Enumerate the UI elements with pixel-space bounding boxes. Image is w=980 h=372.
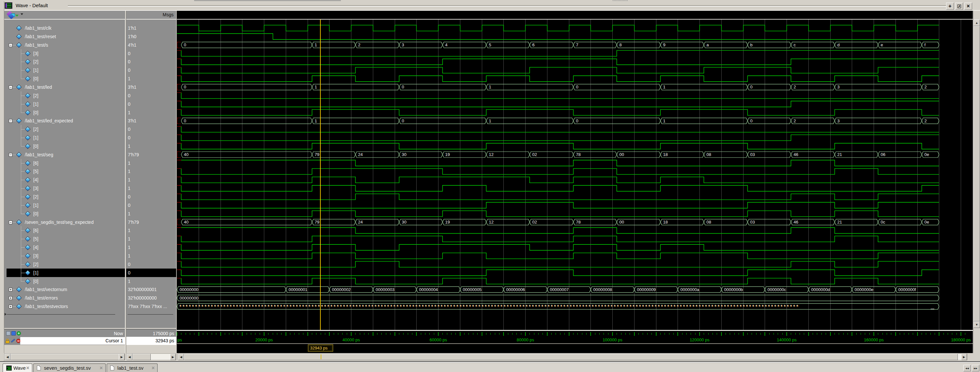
lock-icon[interactable] — [6, 337, 10, 344]
signal-value-row[interactable]: 1'h1 — [126, 24, 176, 32]
signal-row[interactable]: [3] — [4, 184, 125, 192]
collapse-icon[interactable] — [9, 221, 13, 224]
signal-row[interactable]: /lab1_test/s — [4, 41, 125, 49]
signal-row[interactable]: [1] — [4, 269, 125, 277]
signal-row[interactable]: /seven_segdis_test/seg_expected — [4, 218, 125, 226]
signal-value-row[interactable]: 1 — [126, 142, 176, 150]
collapse-icon[interactable] — [9, 86, 13, 89]
signal-row[interactable]: [5] — [4, 167, 125, 176]
export-icon[interactable] — [6, 331, 10, 335]
title-bar[interactable]: Wave - Default + ↗ × — [0, 1, 980, 10]
signal-value-row[interactable]: 0 — [126, 201, 176, 210]
close-icon[interactable]: × — [964, 3, 972, 10]
wave-hscroll-thumb[interactable] — [184, 354, 958, 360]
signal-value-row[interactable]: 1 — [126, 167, 176, 176]
signal-row[interactable]: [1] — [4, 66, 125, 75]
signal-value-row[interactable]: 1 — [126, 184, 176, 192]
signal-row[interactable]: [5] — [4, 235, 125, 243]
signal-row[interactable]: [0] — [4, 75, 125, 83]
scroll-right-icon[interactable]: ▶ — [961, 354, 967, 360]
cursor-row[interactable]: Cursor 1 — [4, 337, 125, 345]
tab-lab1_test-sv[interactable]: lab1_test.sv× — [107, 364, 158, 372]
snapshot-icon[interactable] — [11, 331, 16, 335]
collapse-icon[interactable] — [9, 43, 13, 47]
signal-row[interactable]: [3] — [4, 251, 125, 260]
signal-row[interactable]: /lab1_test/led — [4, 83, 125, 91]
signal-value-row[interactable]: 0 — [126, 66, 176, 75]
tab-seven_segdis_test-sv[interactable]: seven_segdis_test.sv× — [33, 364, 106, 372]
signal-row[interactable]: /lab1_test/led_expected — [4, 116, 125, 125]
scroll-left-icon[interactable]: ◀ — [5, 354, 10, 360]
values-hscrollbar[interactable]: ◀ ▶ — [126, 353, 176, 360]
signal-row[interactable]: [0] — [4, 142, 125, 150]
add-cursor-icon[interactable]: + — [17, 331, 21, 335]
signal-value-row[interactable]: 0 — [126, 91, 176, 100]
signal-value-panel[interactable]: 1'h11'h04'h100013'h10013'h10017'h7911110… — [126, 19, 176, 328]
scroll-left-icon[interactable]: ◀ — [178, 354, 184, 360]
signal-value-row[interactable]: 1 — [126, 210, 176, 218]
signal-value-row[interactable]: 1'h0 — [126, 32, 176, 41]
signal-value-row[interactable]: 3'h1 — [126, 116, 176, 125]
signal-row[interactable]: [2] — [4, 125, 125, 134]
wrench-icon[interactable] — [11, 337, 16, 344]
signal-value-row[interactable]: 4'h1 — [126, 41, 176, 49]
tab-wave[interactable]: Wave× — [3, 364, 32, 372]
names-hscroll-thumb[interactable] — [10, 354, 119, 360]
signal-row[interactable]: /lab1_test/vectornum — [4, 285, 125, 294]
signal-names-header[interactable] — [4, 11, 125, 19]
cursor-value-cell[interactable]: 32943 ps — [126, 337, 176, 345]
signal-row[interactable]: [1] — [4, 134, 125, 142]
signal-value-row[interactable]: 1 — [126, 277, 176, 286]
scroll-left-icon[interactable]: ◀ — [127, 354, 132, 360]
signal-name-panel[interactable]: /lab1_test/clk/lab1_test/reset/lab1_test… — [4, 19, 125, 328]
signal-value-row[interactable]: 32'h00000001 — [126, 285, 176, 294]
expand-icon[interactable] — [9, 305, 13, 308]
signal-row[interactable]: [1] — [4, 201, 125, 210]
signal-row[interactable]: /lab1_test/testvectors — [4, 302, 125, 311]
signal-row[interactable]: [1] — [4, 100, 125, 108]
signal-value-row[interactable]: 1 — [126, 108, 176, 117]
signal-row[interactable]: [2] — [4, 57, 125, 66]
names-hscrollbar[interactable]: ◀ ▶ — [4, 353, 125, 360]
signal-value-row[interactable]: 1 — [126, 75, 176, 83]
values-hscroll-thumb[interactable] — [132, 354, 151, 360]
signal-row[interactable]: [0] — [4, 210, 125, 218]
tab-scroll-left-icon[interactable]: ◂◂ — [963, 365, 971, 371]
scroll-right-icon[interactable]: ▶ — [119, 354, 125, 360]
tab-scroll-right-icon[interactable]: ▸▸ — [972, 365, 979, 371]
signal-value-row[interactable]: 7'hxx 7'hxx 7'hxx ... — [126, 302, 176, 311]
msgs-header[interactable]: Msgs — [126, 11, 176, 19]
signal-row[interactable]: [2] — [4, 260, 125, 269]
signal-row[interactable]: [4] — [4, 176, 125, 184]
chevron-down-icon[interactable] — [21, 13, 23, 15]
signal-value-row[interactable]: 1 — [126, 176, 176, 184]
signal-row[interactable]: /lab1_test/reset — [4, 32, 125, 41]
signal-row[interactable]: [3] — [4, 49, 125, 58]
timeline-ruler[interactable]: 20000 ps40000 ps60000 ps80000 ps100000 p… — [177, 330, 973, 353]
cursor-name-field[interactable]: Cursor 1 — [20, 337, 125, 345]
signal-value-row[interactable]: 0 — [126, 57, 176, 66]
signal-value-row[interactable]: 1 — [126, 226, 176, 235]
signal-value-row[interactable]: 0 — [126, 49, 176, 58]
add-button[interactable]: + — [946, 3, 954, 10]
signal-row[interactable]: [6] — [4, 226, 125, 235]
signal-value-row[interactable]: 3'h1 — [126, 83, 176, 91]
expand-icon[interactable] — [9, 288, 13, 291]
scroll-right-icon[interactable]: ▶ — [170, 354, 176, 360]
wave-hscrollbar[interactable]: ◀ ▶ — [178, 353, 967, 360]
signal-value-row[interactable]: 7'h79 — [126, 218, 176, 226]
signal-value-row[interactable]: 0 — [126, 100, 176, 108]
signal-value-row[interactable]: 0 — [126, 260, 176, 269]
tab-close-icon[interactable]: × — [100, 364, 102, 372]
time-cursor-line[interactable] — [320, 19, 321, 344]
undock-icon[interactable]: ↗ — [955, 3, 963, 10]
signal-value-row[interactable]: 1 — [126, 251, 176, 260]
collapse-icon[interactable] — [9, 119, 13, 123]
signal-value-row[interactable]: 1 — [126, 243, 176, 251]
expand-icon[interactable] — [9, 296, 13, 300]
signal-value-row[interactable]: 32'h00000000 — [126, 294, 176, 302]
signal-value-row[interactable]: 0 — [126, 134, 176, 142]
signal-row[interactable]: /lab1_test/clk — [4, 24, 125, 32]
signal-row[interactable]: [4] — [4, 243, 125, 251]
scroll-down-icon[interactable]: ▼ — [974, 321, 980, 328]
